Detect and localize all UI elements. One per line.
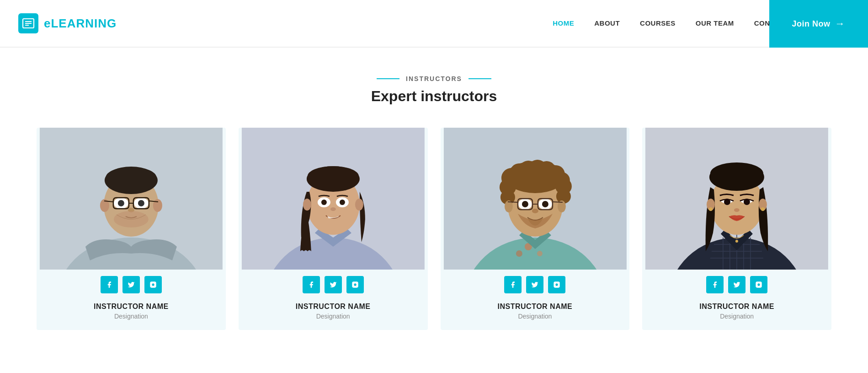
instructor-card-2: INSTRUCTOR NAME Designation bbox=[239, 128, 428, 330]
svg-point-43 bbox=[516, 250, 522, 257]
main-content: INSTRUCTORS Expert instructors bbox=[0, 48, 868, 348]
svg-point-14 bbox=[118, 200, 124, 206]
svg-point-89 bbox=[761, 207, 765, 211]
svg-point-15 bbox=[138, 200, 144, 206]
twitter-btn-3[interactable] bbox=[526, 276, 543, 293]
social-bar-2 bbox=[239, 270, 428, 298]
twitter-btn-2[interactable] bbox=[325, 276, 342, 293]
join-now-label: Join Now bbox=[792, 19, 831, 29]
svg-line-67 bbox=[507, 202, 517, 202]
instructor-info-1: INSTRUCTOR NAME Designation bbox=[37, 298, 226, 330]
svg-point-30 bbox=[308, 166, 359, 186]
instagram-btn-2[interactable] bbox=[346, 276, 364, 293]
instructor-name-1: INSTRUCTOR NAME bbox=[46, 303, 217, 311]
instructor-photo-4 bbox=[642, 128, 831, 270]
svg-point-63 bbox=[542, 201, 548, 207]
instructor-card-1: INSTRUCTOR NAME Designation bbox=[37, 128, 226, 330]
nav-link-home[interactable]: HOME bbox=[543, 19, 584, 27]
instructor-photo-2 bbox=[239, 128, 428, 270]
instructor-photo-1 bbox=[37, 128, 226, 270]
facebook-btn-3[interactable] bbox=[504, 276, 522, 293]
join-now-button[interactable]: Join Now → bbox=[769, 0, 868, 48]
logo-text: eLEARNING bbox=[44, 16, 117, 31]
section-label-line-left bbox=[377, 78, 399, 79]
svg-point-62 bbox=[522, 201, 528, 207]
svg-point-92 bbox=[734, 208, 740, 212]
logo-icon bbox=[18, 13, 38, 33]
svg-point-81 bbox=[735, 240, 738, 243]
svg-point-42 bbox=[537, 251, 542, 256]
facebook-btn-4[interactable] bbox=[706, 276, 724, 293]
svg-point-69 bbox=[532, 209, 538, 213]
instructor-info-2: INSTRUCTOR NAME Designation bbox=[239, 298, 428, 330]
social-bar-1 bbox=[37, 270, 226, 298]
section-label-line-right bbox=[469, 78, 491, 79]
nav-link-about[interactable]: ABOUT bbox=[584, 19, 630, 27]
section-label-text: INSTRUCTORS bbox=[406, 75, 462, 82]
instructor-name-4: INSTRUCTOR NAME bbox=[651, 303, 822, 311]
section-label: INSTRUCTORS bbox=[37, 75, 831, 82]
twitter-btn-1[interactable] bbox=[122, 276, 140, 293]
facebook-btn-2[interactable] bbox=[303, 276, 320, 293]
facebook-btn-1[interactable] bbox=[101, 276, 118, 293]
nav-link-courses[interactable]: COURSES bbox=[630, 19, 686, 27]
svg-point-32 bbox=[355, 199, 363, 211]
instructor-designation-3: Designation bbox=[450, 313, 621, 320]
svg-point-37 bbox=[330, 207, 336, 211]
svg-line-68 bbox=[552, 202, 562, 202]
instagram-btn-1[interactable] bbox=[144, 276, 162, 293]
instructor-designation-1: Designation bbox=[46, 313, 217, 320]
instructor-info-4: INSTRUCTOR NAME Designation bbox=[642, 298, 831, 330]
instructor-card-4: INSTRUCTOR NAME Designation bbox=[642, 128, 831, 330]
svg-point-85 bbox=[710, 162, 763, 184]
social-bar-4 bbox=[642, 270, 831, 298]
instructor-card-3: INSTRUCTOR NAME Designation bbox=[441, 128, 630, 330]
svg-point-88 bbox=[709, 207, 713, 211]
instructors-grid: INSTRUCTOR NAME Designation bbox=[37, 128, 831, 330]
nav-item-home[interactable]: HOME bbox=[543, 19, 584, 27]
nav-item-our-team[interactable]: OUR TEAM bbox=[686, 19, 744, 27]
svg-point-36 bbox=[340, 200, 345, 205]
svg-point-35 bbox=[321, 200, 327, 205]
section-header: INSTRUCTORS Expert instructors bbox=[37, 75, 831, 105]
instructor-designation-2: Designation bbox=[248, 313, 419, 320]
nav-item-about[interactable]: ABOUT bbox=[584, 19, 630, 27]
instructor-info-3: INSTRUCTOR NAME Designation bbox=[441, 298, 630, 330]
instructor-name-3: INSTRUCTOR NAME bbox=[450, 303, 621, 311]
svg-point-9 bbox=[106, 167, 156, 187]
nav-link-our-team[interactable]: OUR TEAM bbox=[686, 19, 744, 27]
join-arrow-icon: → bbox=[835, 18, 846, 30]
section-title: Expert instructors bbox=[37, 88, 831, 105]
twitter-btn-4[interactable] bbox=[728, 276, 746, 293]
svg-point-31 bbox=[303, 199, 311, 211]
nav-item-courses[interactable]: COURSES bbox=[630, 19, 686, 27]
social-bar-3 bbox=[441, 270, 630, 298]
instructor-name-2: INSTRUCTOR NAME bbox=[248, 303, 419, 311]
instructor-photo-3 bbox=[441, 128, 630, 270]
logo-area: eLEARNING bbox=[18, 13, 117, 33]
instructor-designation-4: Designation bbox=[651, 313, 822, 320]
navbar: eLEARNING HOME ABOUT COURSES OUR TEAM CO… bbox=[0, 0, 868, 48]
instagram-btn-4[interactable] bbox=[750, 276, 767, 293]
instagram-btn-3[interactable] bbox=[548, 276, 565, 293]
